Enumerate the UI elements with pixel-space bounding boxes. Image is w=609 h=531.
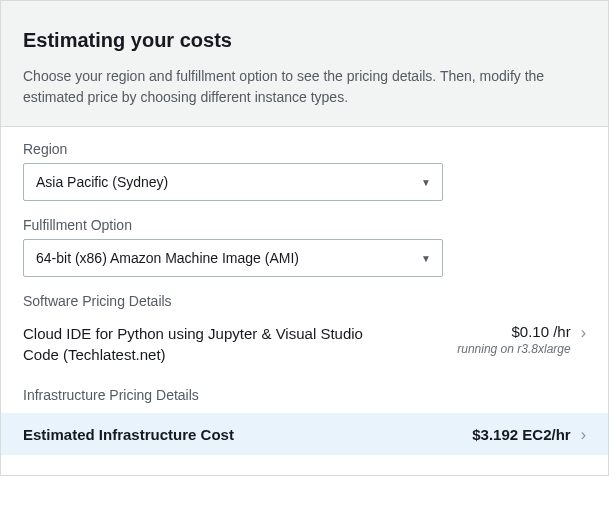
software-pricing-right: $0.10 /hr running on r3.8xlarge › [457, 323, 586, 356]
fulfillment-select[interactable]: 64-bit (x86) Amazon Machine Image (AMI) [23, 239, 443, 277]
infra-cost-right: $3.192 EC2/hr › [472, 425, 586, 443]
header-section: Estimating your costs Choose your region… [1, 1, 608, 127]
page-description: Choose your region and fulfillment optio… [23, 66, 586, 108]
infra-cost-price: $3.192 EC2/hr [472, 426, 570, 443]
software-pricing-left: Cloud IDE for Python using Jupyter & Vis… [23, 323, 457, 365]
region-select-wrap: Asia Pacific (Sydney) ▼ [23, 163, 443, 201]
cost-estimate-panel: Estimating your costs Choose your region… [0, 0, 609, 476]
region-select-value: Asia Pacific (Sydney) [36, 174, 168, 190]
chevron-right-icon: › [581, 323, 586, 341]
software-amount-block: $0.10 /hr running on r3.8xlarge [457, 323, 570, 356]
software-instance-sub: running on r3.8xlarge [457, 342, 570, 356]
infra-pricing-section-label: Infrastructure Pricing Details [23, 387, 586, 403]
software-pricing-section-label: Software Pricing Details [23, 293, 586, 309]
page-title: Estimating your costs [23, 29, 586, 52]
body-section: Region Asia Pacific (Sydney) ▼ Fulfillme… [1, 127, 608, 475]
infra-cost-row[interactable]: Estimated Infrastructure Cost $3.192 EC2… [1, 413, 608, 455]
fulfillment-select-wrap: 64-bit (x86) Amazon Machine Image (AMI) … [23, 239, 443, 277]
region-select[interactable]: Asia Pacific (Sydney) [23, 163, 443, 201]
software-name: Cloud IDE for Python using Jupyter & Vis… [23, 323, 363, 365]
fulfillment-select-value: 64-bit (x86) Amazon Machine Image (AMI) [36, 250, 299, 266]
fulfillment-label: Fulfillment Option [23, 217, 586, 233]
bottom-gap [23, 455, 586, 475]
chevron-right-icon: › [581, 425, 586, 443]
software-price: $0.10 /hr [457, 323, 570, 340]
software-pricing-row[interactable]: Cloud IDE for Python using Jupyter & Vis… [23, 319, 586, 377]
region-label: Region [23, 141, 586, 157]
infra-cost-label: Estimated Infrastructure Cost [23, 426, 234, 443]
